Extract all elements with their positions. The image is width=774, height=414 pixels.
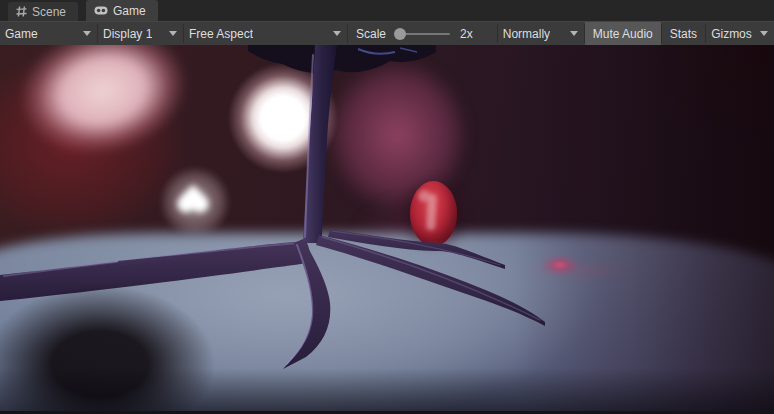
display-target-dropdown[interactable]: Game	[0, 22, 97, 45]
chevron-down-icon	[570, 31, 578, 36]
tab-scene[interactable]: Scene	[8, 2, 78, 21]
maximize-on-play-dropdown[interactable]: Normally	[498, 22, 584, 45]
game-viewport[interactable]	[0, 45, 774, 414]
chevron-down-icon	[169, 31, 177, 36]
display-dropdown[interactable]: Display 1	[98, 22, 183, 45]
aspect-ratio-value: Free Aspect	[189, 27, 253, 41]
chevron-down-icon	[83, 31, 91, 36]
scale-slider-thumb[interactable]	[394, 28, 406, 40]
tab-label: Scene	[32, 5, 66, 19]
tab-label: Game	[113, 4, 146, 18]
gizmos-dropdown[interactable]: Gizmos	[706, 22, 774, 45]
display-value: Display 1	[103, 27, 152, 41]
scale-slider[interactable]	[392, 22, 454, 45]
aspect-ratio-dropdown[interactable]: Free Aspect	[184, 22, 347, 45]
gizmos-label: Gizmos	[711, 27, 752, 41]
chevron-down-icon	[760, 31, 768, 36]
stats-button[interactable]: Stats	[662, 22, 705, 45]
tab-bar: Scene Game	[0, 0, 774, 21]
display-target-value: Game	[5, 27, 38, 41]
scale-label: Scale	[348, 22, 392, 45]
mute-audio-button[interactable]: Mute Audio	[585, 22, 661, 45]
scene-grid-icon	[16, 6, 27, 17]
chevron-down-icon	[333, 31, 341, 36]
bottom-vignette	[0, 368, 774, 414]
right-wall-shadow	[514, 45, 774, 414]
gamepad-icon	[94, 6, 108, 15]
maximize-on-play-value: Normally	[503, 27, 550, 41]
scale-value: 2x	[454, 22, 483, 45]
toolbar-spacer	[483, 22, 497, 45]
tab-game[interactable]: Game	[86, 0, 158, 21]
game-view-toolbar: Game Display 1 Free Aspect Scale 2x Norm…	[0, 21, 774, 45]
scale-slider-track	[402, 33, 450, 35]
unity-game-view-window: Scene Game Game Display 1 Free Aspect	[0, 0, 774, 414]
